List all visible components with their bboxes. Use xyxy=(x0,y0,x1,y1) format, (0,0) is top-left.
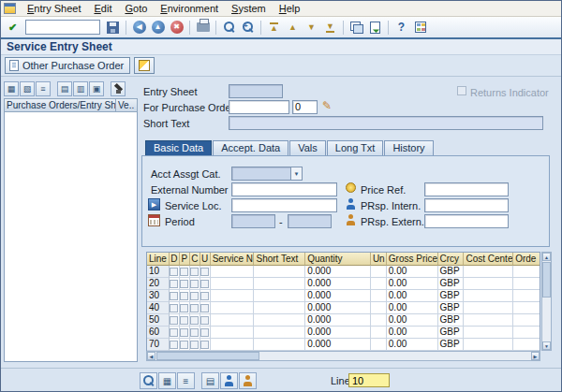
cancel-button[interactable]: ✖ xyxy=(168,19,185,36)
cell-crcy[interactable]: GBP xyxy=(438,290,465,302)
cell-line[interactable]: 20 xyxy=(147,278,170,290)
purchase-orders-tree[interactable] xyxy=(4,112,138,362)
row-checkbox[interactable] xyxy=(170,304,178,312)
cell-orde[interactable] xyxy=(513,327,540,339)
period-from-field[interactable] xyxy=(231,214,275,228)
contact-person-button[interactable] xyxy=(239,372,257,389)
cell-crcy[interactable]: GBP xyxy=(438,314,465,327)
exit-button[interactable]: ▲ xyxy=(149,19,167,36)
col-p[interactable]: P xyxy=(180,253,190,266)
previous-page-button[interactable]: ▲ xyxy=(284,19,302,36)
details-button[interactable] xyxy=(140,372,157,389)
row-checkbox[interactable] xyxy=(180,341,188,349)
row-checkbox[interactable] xyxy=(170,292,178,300)
line-input[interactable] xyxy=(348,373,390,387)
horizontal-scrollbar[interactable]: ◀ ▶ xyxy=(146,351,540,361)
cell-un[interactable] xyxy=(371,266,387,278)
cell-line[interactable]: 70 xyxy=(147,339,170,351)
cell-crcy[interactable]: GBP xyxy=(438,266,465,278)
col-quantity[interactable]: Quantity xyxy=(305,253,371,266)
cell-quantity[interactable]: 0.000 xyxy=(305,266,371,278)
menu-entry-sheet[interactable]: Entry Sheet xyxy=(21,2,87,15)
cell-service-no[interactable] xyxy=(211,278,255,290)
cell-cost-center[interactable] xyxy=(464,266,513,278)
cell-un[interactable] xyxy=(371,290,387,302)
row-checkbox[interactable] xyxy=(200,341,209,349)
cell-quantity[interactable]: 0.000 xyxy=(305,314,371,327)
row-checkbox[interactable] xyxy=(190,316,199,325)
cell-short-text[interactable] xyxy=(254,266,305,278)
cell-cost-center[interactable] xyxy=(464,327,513,339)
cell-orde[interactable] xyxy=(513,314,540,327)
cell-gross-price[interactable]: 0.00 xyxy=(387,266,438,278)
list-view-button[interactable]: ≡ xyxy=(36,81,51,96)
acct-assgt-dropdown-button[interactable]: ▼ xyxy=(290,167,303,181)
menu-environment[interactable]: Environment xyxy=(154,2,225,15)
row-checkbox[interactable] xyxy=(180,304,188,312)
enter-button[interactable]: ✔ xyxy=(4,19,22,36)
row-checkbox[interactable] xyxy=(200,280,209,288)
cell-cost-center[interactable] xyxy=(464,290,513,302)
col-un[interactable]: Un xyxy=(371,253,387,266)
row-checkbox[interactable] xyxy=(170,280,178,288)
col-d[interactable]: D xyxy=(170,253,180,266)
tab-vals[interactable]: Vals xyxy=(289,140,326,155)
row-checkbox[interactable] xyxy=(190,304,199,312)
row-checkbox[interactable] xyxy=(180,328,188,337)
customize-layout-button[interactable] xyxy=(411,19,429,36)
col-short-text[interactable]: Short Text xyxy=(254,253,305,266)
cell-orde[interactable] xyxy=(513,339,540,351)
cell-short-text[interactable] xyxy=(254,290,305,302)
cell-service-no[interactable] xyxy=(211,327,255,339)
horizontal-scroll-thumb[interactable] xyxy=(156,352,259,360)
tab-basic-data[interactable]: Basic Data xyxy=(145,140,212,155)
col-order[interactable]: Orde xyxy=(513,253,540,266)
cell-line[interactable]: 30 xyxy=(147,290,170,302)
cell-service-no[interactable] xyxy=(211,339,255,351)
help-button[interactable]: ? xyxy=(392,19,410,36)
find-next-button[interactable]: + xyxy=(239,19,257,36)
next-page-button[interactable]: ▼ xyxy=(303,19,320,36)
short-text-field[interactable] xyxy=(229,116,543,130)
scroll-up-button[interactable]: ▲ xyxy=(542,253,551,261)
cell-short-text[interactable] xyxy=(254,278,305,290)
cell-quantity[interactable]: 0.000 xyxy=(305,278,371,290)
row-checkbox[interactable] xyxy=(180,292,188,300)
menu-help[interactable]: Help xyxy=(273,2,307,15)
last-page-button[interactable]: ▼ xyxy=(321,19,339,36)
col-c[interactable]: C xyxy=(190,253,200,266)
col-gross-price[interactable]: Gross Price xyxy=(387,253,438,266)
cell-cost-center[interactable] xyxy=(464,314,513,327)
tree-header-vendor[interactable]: Ve.. xyxy=(116,98,138,112)
expand-button[interactable]: ▦ xyxy=(4,81,19,96)
cell-crcy[interactable]: GBP xyxy=(438,327,465,339)
cell-service-no[interactable] xyxy=(211,266,255,278)
new-session-button[interactable] xyxy=(348,19,365,36)
menu-edit[interactable]: Edit xyxy=(87,2,118,15)
purchase-order-field[interactable] xyxy=(229,100,289,114)
row-checkbox[interactable] xyxy=(200,304,209,312)
other-purchase-order-button[interactable]: Other Purchase Order xyxy=(5,57,130,74)
row-checkbox[interactable] xyxy=(190,268,199,276)
col-u[interactable]: U xyxy=(200,253,211,266)
row-checkbox[interactable] xyxy=(200,292,209,300)
cell-quantity[interactable]: 0.000 xyxy=(305,302,371,314)
tab-history[interactable]: History xyxy=(384,140,433,155)
returns-indicator-checkbox[interactable] xyxy=(457,86,466,95)
overview-button[interactable]: ▤ xyxy=(57,81,72,96)
find-button[interactable] xyxy=(220,19,238,36)
cell-gross-price[interactable]: 0.00 xyxy=(387,290,438,302)
cell-cost-center[interactable] xyxy=(464,339,513,351)
service-loc-button[interactable]: ▶ xyxy=(148,198,160,211)
row-checkbox[interactable] xyxy=(180,316,188,325)
period-to-field[interactable] xyxy=(288,214,332,228)
cell-crcy[interactable]: GBP xyxy=(438,339,465,351)
cell-line[interactable]: 10 xyxy=(147,266,170,278)
cell-orde[interactable] xyxy=(513,302,540,314)
cell-un[interactable] xyxy=(371,302,387,314)
row-checkbox[interactable] xyxy=(170,328,178,337)
col-service-no[interactable]: Service No. xyxy=(211,253,255,266)
row-checkbox[interactable] xyxy=(180,268,188,276)
first-page-button[interactable]: ▲ xyxy=(265,19,283,36)
cell-cost-center[interactable] xyxy=(464,278,513,290)
